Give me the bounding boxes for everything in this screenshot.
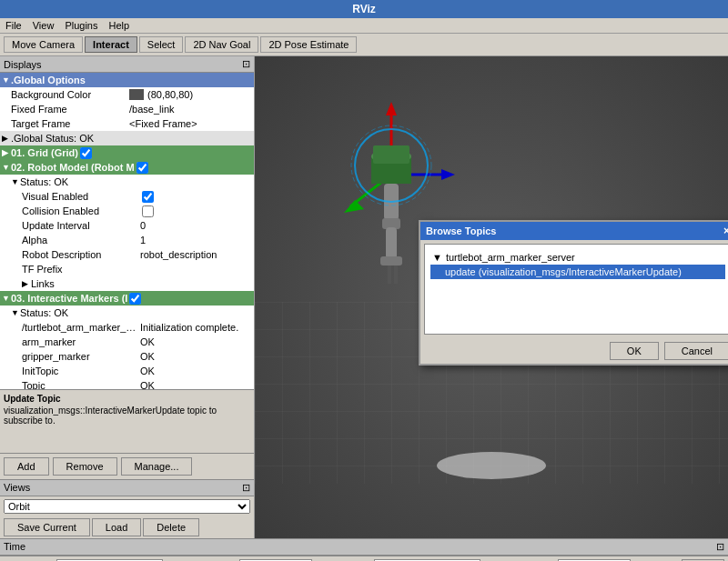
dialog-buttons: OK Cancel	[420, 338, 728, 364]
global-options-header[interactable]: ▼ .Global Options	[0, 73, 254, 87]
collision-enabled-row: Collision Enabled	[0, 204, 254, 218]
remove-button[interactable]: Remove	[53, 457, 117, 476]
time-header: Time ⊡	[0, 538, 728, 556]
collision-enabled-label: Collision Enabled	[22, 205, 140, 216]
alpha-label: Alpha	[22, 235, 140, 245]
grid-label: 01. Grid (Grid)	[11, 147, 78, 158]
displays-label: Displays	[4, 59, 42, 70]
menu-plugins[interactable]: Plugins	[65, 20, 97, 31]
add-button[interactable]: Add	[4, 457, 49, 476]
gripper-marker-row: gripper_marker OK	[0, 349, 254, 364]
dialog-ok-button[interactable]: OK	[610, 342, 659, 360]
views-content: Orbit	[0, 496, 254, 516]
im-update-topic-row: /turtlebot_arm_marker_sen Initialization…	[0, 320, 254, 335]
menu-help[interactable]: Help	[108, 20, 129, 31]
topic-row: Topic OK	[0, 378, 254, 389]
update-interval-value: 0	[140, 220, 146, 231]
svg-rect-15	[394, 265, 398, 284]
grid-header[interactable]: ▶ 01. Grid (Grid)	[0, 145, 254, 160]
robot-model-checkbox[interactable]	[136, 162, 148, 174]
info-box: Update Topic visualization_msgs::Interac…	[0, 389, 254, 453]
interactive-markers-header[interactable]: ▼ 03. Interactive Markers (I	[0, 291, 254, 306]
panel-resize-icon: ⊡	[242, 58, 250, 70]
robot-description-label: Robot Description	[22, 249, 140, 260]
views-label: Views	[4, 482, 30, 494]
visual-enabled-label: Visual Enabled	[22, 191, 140, 202]
init-topic-row: InitTopic OK	[0, 364, 254, 378]
topic-value: OK	[140, 380, 155, 389]
robot-description-row: Robot Description robot_description	[0, 247, 254, 262]
delete-button[interactable]: Delete	[143, 518, 199, 536]
displays-tree[interactable]: ▼ .Global Options Background Color (80,8…	[0, 73, 254, 389]
fixed-frame-value: /base_link	[129, 104, 252, 115]
im-update-topic-source: /turtlebot_arm_marker_sen	[22, 322, 140, 333]
dialog-server-label: turtlebot_arm_marker_server	[446, 252, 575, 263]
views-buttons: Save Current Load Delete	[0, 516, 254, 538]
info-content: visualization_msgs::InteractiveMarkerUpd…	[4, 406, 250, 426]
bg-color-label: Background Color	[11, 89, 129, 100]
update-interval-row: Update Interval 0	[0, 218, 254, 233]
dialog-title: Browse Topics ×	[420, 222, 728, 240]
robot-model-header[interactable]: ▼ 02. Robot Model (Robot M	[0, 160, 254, 175]
svg-marker-4	[441, 169, 455, 180]
target-frame-value: <Fixed Frame>	[129, 118, 252, 129]
dialog-topic-item[interactable]: update (visualization_msgs/InteractiveMa…	[430, 265, 725, 279]
save-current-button[interactable]: Save Current	[4, 518, 90, 536]
update-interval-label: Update Interval	[22, 220, 140, 231]
im-update-topic-status: Initialization complete.	[140, 322, 252, 333]
2d-pose-estimate-button[interactable]: 2D Pose Estimate	[260, 36, 357, 53]
svg-rect-14	[388, 265, 391, 284]
views-icon: ⊡	[242, 482, 250, 494]
alpha-value: 1	[140, 235, 146, 245]
status-bar: Wall Time: 13162315316.526756 Wall Elaps…	[0, 556, 728, 561]
im-status-row: ▼ Status: OK	[0, 306, 254, 320]
robot-status-row: ▼ Status: OK	[0, 175, 254, 189]
bg-color-swatch[interactable]	[129, 89, 144, 100]
visual-enabled-row: Visual Enabled	[0, 189, 254, 204]
visual-enabled-checkbox[interactable]	[142, 191, 154, 203]
dialog-topic-label: update (visualization_msgs/InteractiveMa…	[445, 266, 682, 277]
viewport-bg: Browse Topics × ▼ turtlebot_arm_marker_s…	[255, 56, 728, 538]
arm-marker-label: arm_marker	[22, 336, 140, 347]
tf-prefix-row: TF Prefix	[0, 262, 254, 276]
collision-enabled-checkbox[interactable]	[142, 205, 154, 217]
expand-arrow: ▼	[2, 75, 9, 85]
svg-marker-2	[386, 102, 397, 115]
time-icon: ⊡	[716, 541, 724, 553]
svg-rect-12	[386, 227, 397, 259]
manage-button[interactable]: Manage...	[121, 457, 193, 476]
bg-color-value: (80,80,80)	[147, 89, 193, 100]
interactive-markers-label: 03. Interactive Markers (I	[11, 293, 127, 304]
fixed-frame-row: Fixed Frame /base_link	[0, 102, 254, 116]
2d-nav-goal-button[interactable]: 2D Nav Goal	[185, 36, 258, 53]
dialog-title-text: Browse Topics	[426, 225, 496, 236]
robot-status-label: Status: OK	[20, 176, 68, 187]
interact-button[interactable]: Interact	[85, 36, 137, 53]
menu-file[interactable]: File	[5, 20, 22, 31]
grid-checkbox[interactable]	[80, 147, 92, 159]
target-frame-label: Target Frame	[11, 118, 129, 129]
dialog-server-item[interactable]: ▼ turtlebot_arm_marker_server	[430, 250, 725, 265]
bottom-buttons: Add Remove Manage...	[0, 453, 254, 479]
alpha-row: Alpha 1	[0, 233, 254, 247]
svg-rect-16	[373, 145, 410, 164]
robot-model-arrow: ▼	[2, 163, 9, 172]
select-button[interactable]: Select	[139, 36, 184, 53]
target-frame-row: Target Frame <Fixed Frame>	[0, 116, 254, 131]
left-panel: Displays ⊡ ▼ .Global Options Background …	[0, 56, 255, 538]
main-layout: Displays ⊡ ▼ .Global Options Background …	[0, 56, 728, 538]
interactive-markers-checkbox[interactable]	[129, 293, 141, 305]
app-title: RViz	[352, 3, 376, 15]
move-camera-button[interactable]: Move Camera	[4, 36, 83, 53]
viewport[interactable]: Browse Topics × ▼ turtlebot_arm_marker_s…	[255, 56, 728, 538]
load-button[interactable]: Load	[92, 518, 141, 536]
links-label: Links	[31, 278, 55, 289]
views-select[interactable]: Orbit	[4, 499, 250, 514]
svg-marker-6	[344, 200, 364, 213]
menu-view[interactable]: View	[33, 20, 55, 31]
fixed-frame-label: Fixed Frame	[11, 104, 129, 115]
dialog-close-button[interactable]: ×	[723, 225, 728, 237]
toolbar: Move Camera Interact Select 2D Nav Goal …	[0, 34, 728, 56]
grid-arrow: ▶	[2, 148, 9, 157]
dialog-cancel-button[interactable]: Cancel	[664, 342, 728, 360]
